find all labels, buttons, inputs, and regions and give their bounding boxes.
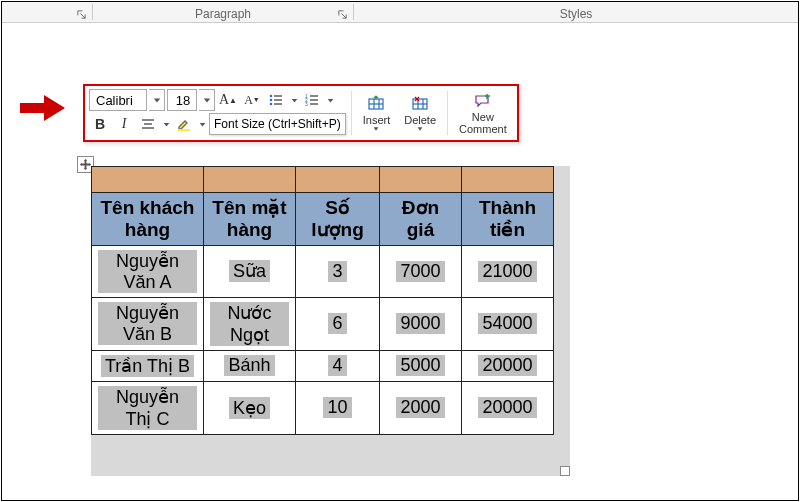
delete-label: Delete	[404, 114, 436, 126]
bullets-icon[interactable]	[265, 89, 287, 111]
ribbon-group-strip: Paragraph Styles	[2, 2, 798, 23]
svg-text:3: 3	[305, 101, 308, 107]
font-name-dropdown-icon[interactable]	[149, 89, 165, 111]
highlight-dropdown-icon[interactable]	[197, 113, 207, 135]
cell: 20000	[478, 397, 536, 418]
insert-button[interactable]: Insert	[357, 89, 397, 137]
bullets-dropdown-icon[interactable]	[289, 89, 299, 111]
svg-marker-2	[203, 98, 209, 102]
cell: 3	[328, 261, 346, 282]
insert-label: Insert	[363, 114, 391, 126]
table-row[interactable]: Nguyễn Văn A Sữa 3 7000 21000	[92, 245, 554, 297]
cell: Trần Thị B	[101, 355, 194, 377]
svg-marker-20	[163, 123, 169, 127]
chevron-down-icon	[416, 126, 424, 132]
paragraph-group-label: Paragraph	[195, 7, 251, 21]
cell: 4	[328, 355, 346, 376]
svg-marker-16	[327, 99, 333, 103]
cell: Sữa	[229, 260, 270, 282]
cell: 6	[328, 313, 346, 334]
delete-table-icon	[411, 94, 429, 114]
chevron-down-icon	[372, 126, 380, 132]
table-header-spacer-row	[92, 167, 554, 193]
font-group-launcher-icon[interactable]	[74, 7, 88, 21]
svg-point-5	[270, 99, 273, 102]
mini-toolbar: Calibri 18 A▲ A▼ 123 B I Font Size (Ctrl…	[83, 84, 519, 142]
cell: 9000	[396, 313, 444, 334]
table-header-row: Tên khách hàng Tên mặt hàng Số lượng Đơn…	[92, 193, 554, 246]
insert-table-icon	[367, 94, 385, 114]
svg-marker-22	[199, 123, 205, 127]
align-dropdown-icon[interactable]	[161, 113, 171, 135]
cell: 10	[323, 397, 351, 418]
shrink-font-icon[interactable]: A▼	[241, 89, 263, 111]
delete-button[interactable]: Delete	[398, 89, 442, 137]
table-resize-handle-icon[interactable]	[560, 466, 570, 476]
cell: 2000	[396, 397, 444, 418]
cell: 5000	[396, 355, 444, 376]
cell: Nguyễn Thị C	[98, 386, 197, 430]
table-row[interactable]: Trần Thị B Bánh 4 5000 20000	[92, 350, 554, 381]
svg-point-3	[270, 95, 273, 98]
grow-font-icon[interactable]: A▲	[217, 89, 239, 111]
tooltip: Font Size (Ctrl+Shift+P)	[209, 113, 346, 135]
table-row[interactable]: Nguyễn Văn B Nước Ngọt 6 9000 54000	[92, 297, 554, 350]
svg-marker-27	[374, 127, 379, 131]
cell: Bánh	[224, 355, 274, 376]
svg-marker-34	[418, 127, 423, 131]
cell: 54000	[478, 313, 536, 334]
cell: Kẹo	[229, 397, 270, 419]
col-header: Số lượng	[296, 193, 380, 246]
svg-marker-9	[291, 99, 297, 103]
col-header: Thành tiền	[462, 193, 554, 246]
italic-icon[interactable]: I	[113, 113, 135, 135]
cell: Nguyễn Văn A	[98, 250, 197, 293]
annotation-arrow-icon	[20, 95, 65, 121]
numbering-icon[interactable]: 123	[301, 89, 323, 111]
new-comment-label-1: New	[472, 111, 494, 123]
svg-marker-0	[20, 95, 65, 121]
paragraph-group-launcher-icon[interactable]	[335, 7, 349, 21]
new-comment-icon	[474, 91, 492, 111]
cell: 21000	[478, 261, 536, 282]
data-table[interactable]: Tên khách hàng Tên mặt hàng Số lượng Đơn…	[91, 166, 554, 435]
table-row[interactable]: Nguyễn Thị C Kẹo 10 2000 20000	[92, 381, 554, 434]
font-name-input[interactable]: Calibri	[89, 89, 147, 111]
font-size-input[interactable]: 18	[167, 89, 197, 111]
cell: 20000	[478, 355, 536, 376]
col-header: Tên khách hàng	[92, 193, 204, 246]
svg-marker-1	[153, 98, 159, 102]
highlight-icon[interactable]	[173, 113, 195, 135]
styles-group-label: Styles	[560, 7, 593, 21]
cell: Nước Ngọt	[210, 302, 289, 346]
numbering-dropdown-icon[interactable]	[325, 89, 335, 111]
bold-icon[interactable]: B	[89, 113, 111, 135]
align-icon[interactable]	[137, 113, 159, 135]
new-comment-label-2: Comment	[459, 123, 507, 135]
col-header: Tên mặt hàng	[204, 193, 296, 246]
cell: Nguyễn Văn B	[98, 302, 197, 345]
font-size-dropdown-icon[interactable]	[199, 89, 215, 111]
col-header: Đơn giá	[380, 193, 462, 246]
svg-point-7	[270, 103, 273, 106]
svg-rect-21	[178, 129, 190, 131]
cell: 7000	[396, 261, 444, 282]
new-comment-button[interactable]: New Comment	[453, 89, 513, 137]
